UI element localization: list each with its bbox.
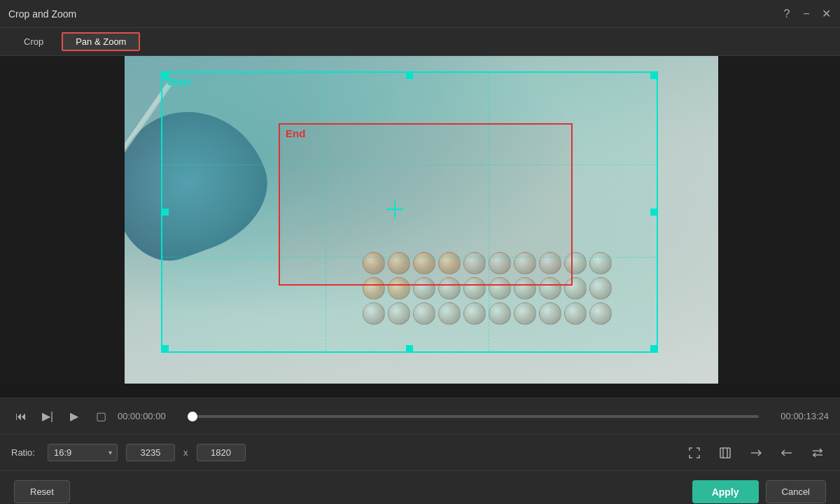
apply-button[interactable]: Apply bbox=[692, 480, 759, 503]
title-bar-controls: ? − ✕ bbox=[781, 8, 832, 20]
reset-button[interactable]: Reset bbox=[14, 480, 70, 503]
crosshair bbox=[386, 201, 403, 218]
crosshair-vertical bbox=[394, 201, 396, 218]
tab-pan-zoom[interactable]: Pan & Zoom bbox=[62, 32, 140, 51]
swap-button[interactable] bbox=[806, 442, 829, 464]
frame-back-button[interactable]: ▶| bbox=[38, 407, 57, 426]
cancel-button[interactable]: Cancel bbox=[766, 480, 826, 503]
settings-row: Ratio: 16:9 4:3 1:1 9:16 Custom ▾ x bbox=[0, 434, 840, 470]
footer-row: Reset Apply Cancel bbox=[0, 470, 840, 504]
timecode-end: 00:00:13:24 bbox=[766, 411, 829, 421]
side-panel-right bbox=[718, 56, 840, 384]
handle-bottom-right[interactable] bbox=[650, 345, 657, 352]
side-panel-left bbox=[0, 56, 125, 384]
video-preview: Start End bbox=[125, 56, 718, 384]
fullscreen-button[interactable] bbox=[714, 442, 736, 464]
video-area: Start End bbox=[0, 56, 840, 398]
timeline-row: ⏮ ▶| ▶ ▢ 00:00:00:00 00:00:13:24 bbox=[0, 398, 840, 434]
close-button[interactable]: ✕ bbox=[820, 8, 832, 20]
handle-top-left[interactable] bbox=[162, 72, 169, 79]
window-title: Crop and Zoom bbox=[8, 8, 76, 20]
tabs-row: Crop Pan & Zoom bbox=[0, 28, 840, 56]
align-start-button[interactable] bbox=[776, 442, 798, 464]
title-bar: Crop and Zoom ? − ✕ bbox=[0, 0, 840, 28]
ratio-select[interactable]: 16:9 4:3 1:1 9:16 Custom bbox=[48, 444, 118, 461]
svg-rect-0 bbox=[720, 448, 730, 458]
title-bar-left: Crop and Zoom bbox=[8, 8, 76, 20]
handle-top-right[interactable] bbox=[650, 72, 657, 79]
width-input[interactable] bbox=[126, 444, 175, 461]
end-crop-box[interactable]: End bbox=[279, 123, 573, 286]
dimension-separator: x bbox=[183, 447, 188, 458]
skip-back-button[interactable]: ⏮ bbox=[11, 407, 31, 426]
handle-left-mid[interactable] bbox=[162, 209, 169, 216]
end-label: End bbox=[286, 127, 305, 139]
handle-top-mid[interactable] bbox=[406, 72, 413, 79]
fit-to-screen-button[interactable] bbox=[683, 442, 706, 464]
handle-bottom-left[interactable] bbox=[162, 345, 169, 352]
ratio-label: Ratio: bbox=[11, 447, 39, 458]
playhead[interactable] bbox=[188, 412, 197, 421]
help-button[interactable]: ? bbox=[781, 8, 792, 20]
tab-crop[interactable]: Crop bbox=[11, 34, 56, 50]
timeline-track[interactable] bbox=[188, 415, 759, 418]
play-button[interactable]: ▶ bbox=[64, 407, 84, 426]
ratio-select-wrapper: 16:9 4:3 1:1 9:16 Custom ▾ bbox=[48, 444, 118, 461]
align-end-button[interactable] bbox=[745, 442, 767, 464]
stop-button[interactable]: ▢ bbox=[91, 407, 111, 426]
height-input[interactable] bbox=[197, 444, 246, 461]
minimize-button[interactable]: − bbox=[801, 8, 812, 20]
timecode-start: 00:00:00:00 bbox=[118, 411, 181, 421]
handle-right-mid[interactable] bbox=[650, 209, 657, 216]
footer-right: Apply Cancel bbox=[692, 480, 826, 503]
handle-bottom-mid[interactable] bbox=[406, 345, 413, 352]
start-label: Start bbox=[167, 76, 190, 88]
